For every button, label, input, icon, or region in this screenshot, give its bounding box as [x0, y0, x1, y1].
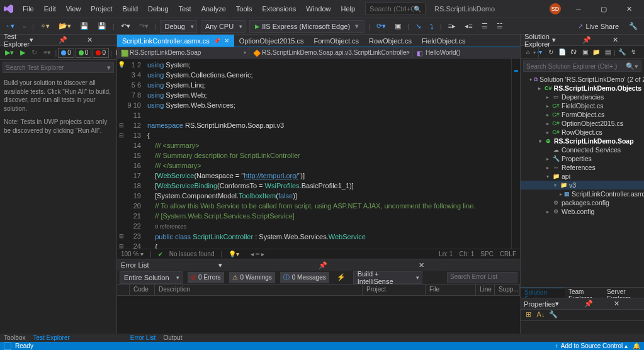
bottom-tab[interactable]: Test Explorer — [29, 334, 73, 342]
build-platform-combo[interactable]: Any CPU — [201, 20, 246, 33]
overview-ruler[interactable] — [511, 59, 520, 249]
new-button[interactable]: ✧▾ — [38, 20, 52, 33]
filter-button[interactable]: ⚡ — [334, 271, 348, 284]
repeat-tests-button[interactable]: ↻ — [29, 47, 40, 59]
expand-icon[interactable]: ▸ — [560, 191, 562, 197]
minimize-icon[interactable]: ─ — [566, 3, 591, 15]
lightbulb-icon[interactable]: 💡▾ — [229, 251, 239, 257]
tree-node[interactable]: ▸C#FieldObject.cs — [521, 101, 644, 110]
properties-icon[interactable]: 🔧 — [617, 47, 627, 57]
error-list-column[interactable]: Supp... — [495, 285, 520, 295]
dropdown-icon[interactable]: ▾ — [555, 300, 582, 308]
tree-node[interactable]: ▸C#RowObject.cs — [521, 128, 644, 137]
expand-icon[interactable]: ▸ — [545, 112, 550, 118]
user-avatar[interactable]: SD — [550, 3, 561, 14]
tree-node[interactable]: ▸▭Dependencies — [521, 93, 644, 101]
doc-tab[interactable]: RowObject.cs — [364, 35, 417, 47]
close-icon[interactable]: ✕ — [616, 3, 641, 15]
expand-icon[interactable]: ▾ — [529, 77, 532, 82]
test-fail-badge[interactable]: 0 — [93, 48, 109, 58]
warnings-filter[interactable]: ⚠0 Warnings — [229, 272, 275, 283]
alpha-sort-icon[interactable]: A↓ — [536, 309, 546, 319]
props-pages-icon[interactable]: 🔧 — [548, 309, 558, 319]
comment-button[interactable]: ☰ — [479, 20, 490, 33]
pin-icon[interactable]: 📌 — [59, 36, 84, 44]
liveshare-button[interactable]: ↗ Live Share — [578, 23, 619, 30]
save-button[interactable]: 💾 — [77, 20, 91, 33]
pin-icon[interactable]: 📌 — [584, 300, 611, 308]
expand-icon[interactable]: ▾ — [545, 174, 550, 179]
bottom-tab[interactable]: Output — [159, 334, 186, 342]
menu-file[interactable]: File — [18, 3, 39, 15]
expand-icon[interactable]: ▸ — [545, 121, 550, 127]
fold-icon[interactable]: ⊟ — [117, 130, 126, 140]
dropdown-icon[interactable]: ▾ — [552, 36, 580, 44]
menu-help[interactable]: Help — [336, 3, 360, 15]
test-explorer-search-input[interactable] — [3, 64, 105, 71]
step-over-button[interactable]: ⤵ — [427, 20, 436, 33]
menu-edit[interactable]: Edit — [39, 3, 61, 15]
tree-node[interactable]: ▸⚙Web.config — [521, 207, 644, 216]
fold-icon[interactable]: ⊟ — [117, 231, 126, 241]
error-list-column[interactable]: Line — [476, 285, 495, 295]
indent-button[interactable]: ≡▸ — [446, 20, 458, 33]
step-into-button[interactable]: ↘ — [413, 20, 424, 33]
maximize-icon[interactable]: ▢ — [591, 3, 616, 15]
close-icon[interactable]: ✕ — [419, 261, 516, 269]
test-pass-badge[interactable]: 0 — [76, 48, 92, 58]
view-code-icon[interactable]: ↯ — [628, 47, 638, 57]
close-icon[interactable]: ✕ — [613, 36, 640, 44]
pin-icon[interactable]: 📌 — [213, 38, 220, 44]
tree-node[interactable]: ☁Connected Services — [521, 145, 644, 154]
test-explorer-search[interactable]: ▾ — [3, 62, 114, 73]
expand-icon[interactable]: ▾ — [552, 183, 558, 188]
settings-icon[interactable]: 🔧 — [626, 20, 640, 33]
menu-debug[interactable]: Debug — [143, 3, 173, 15]
code-area[interactable]: using System; using System.Collections.G… — [145, 59, 511, 249]
bottom-tab[interactable]: Toolbox — [0, 334, 29, 342]
tree-node[interactable]: ▾⧉Solution 'RS.ScriptLinkDemo' (2 of 2 p… — [521, 75, 644, 84]
menu-test[interactable]: Test — [174, 3, 196, 15]
tree-node[interactable]: ▸C#RS.ScriptLinkDemo.Objects — [521, 84, 644, 93]
build-source-combo[interactable]: Build + IntelliSense — [353, 271, 422, 284]
solution-explorer-search-input[interactable] — [524, 63, 623, 70]
code-editor[interactable]: 💡⊟⊟⊟⊟⊟ 1 2 3 4 5 6 7 8 9 10 11 12 13 14 … — [117, 59, 520, 249]
solution-tree[interactable]: ▾⧉Solution 'RS.ScriptLinkDemo' (2 of 2 p… — [521, 74, 644, 287]
bottom-tab[interactable]: Error List — [127, 334, 160, 342]
outdent-button[interactable]: ◂≡ — [462, 20, 475, 33]
collapse-icon[interactable]: ▣ — [580, 47, 590, 57]
error-list-column[interactable]: Project — [363, 285, 426, 295]
zoom-combo[interactable]: 100 % ▾ — [121, 251, 144, 257]
run-all-tests-button[interactable]: ▶▾ — [3, 47, 16, 59]
pin-icon[interactable]: 📌 — [319, 261, 416, 269]
nav-type-combo[interactable]: 🔶 RS.ScriptLinkDemo.Soap.api.v3.ScriptLi… — [249, 47, 413, 58]
expand-icon[interactable]: ▸ — [545, 94, 550, 100]
build-config-combo[interactable]: Debug — [160, 20, 196, 33]
fold-icon[interactable]: ⊟ — [117, 120, 126, 130]
playlist-button[interactable]: ≡▾ — [41, 47, 54, 59]
solution-explorer-search[interactable]: 🔍▾ — [523, 60, 641, 72]
tree-node[interactable]: ▸▦ScriptLinkController.asmx — [521, 189, 644, 198]
dropdown-icon[interactable]: ▾ — [30, 36, 55, 44]
fold-icon[interactable]: ⊟ — [117, 241, 126, 249]
doc-tab[interactable]: OptionObject2015.cs — [234, 35, 309, 47]
error-list-column[interactable]: Description — [155, 285, 363, 295]
nav-back-button[interactable]: ◦ ▾ — [4, 20, 17, 33]
uncomment-button[interactable]: ☱ — [494, 20, 506, 33]
menu-tools[interactable]: Tools — [231, 3, 257, 15]
nav-member-combo[interactable]: ◧ HelloWorld() — [413, 47, 539, 58]
doc-tab[interactable]: FormObject.cs — [309, 35, 364, 47]
side-tab[interactable]: Server Explorer — [603, 288, 644, 298]
error-list-search-input[interactable] — [448, 273, 517, 280]
menu-analyze[interactable]: Analyze — [196, 3, 231, 15]
show-all-icon[interactable]: 📁 — [591, 47, 601, 57]
error-list-column[interactable]: Code — [130, 285, 155, 295]
tree-node[interactable]: ⚙packages.config — [521, 198, 644, 207]
save-all-button[interactable]: 💾 — [95, 20, 109, 33]
menu-view[interactable]: View — [61, 3, 86, 15]
errors-filter[interactable]: ⊘0 Errors — [188, 272, 224, 283]
doc-tab[interactable]: FieldObject.cs — [417, 35, 471, 47]
browser-link-button[interactable]: ⟳▾ — [374, 20, 388, 33]
preview-icon[interactable]: ▤ — [602, 47, 613, 57]
refresh-icon[interactable]: 🗘 — [568, 47, 579, 57]
